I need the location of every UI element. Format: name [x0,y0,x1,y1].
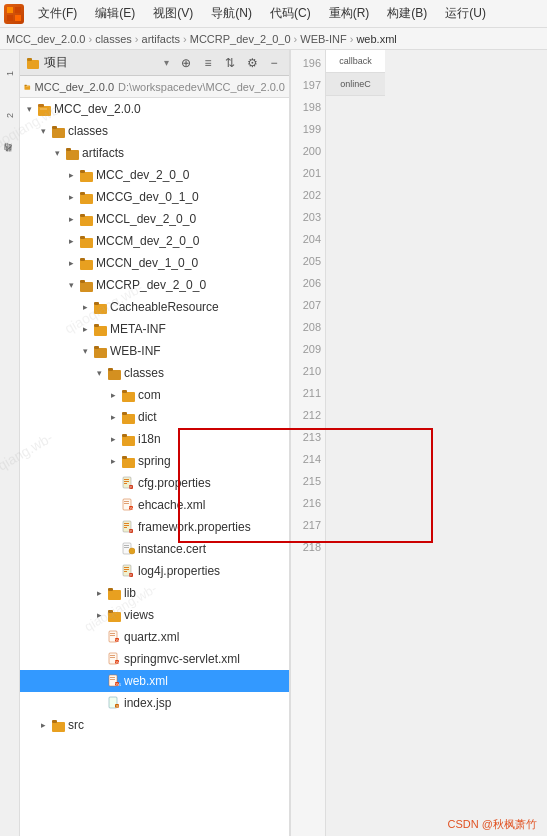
sidebar-icon-2[interactable]: 2 [2,96,18,136]
tree-arrow-instance_cert[interactable] [106,542,120,556]
tree-arrow-cfg_props[interactable] [106,476,120,490]
svg-rect-77 [110,635,115,636]
folder-icon [26,56,40,70]
menu-file[interactable]: 文件(F) [30,3,85,24]
tree-arrow-mccl_dev_2[interactable] [64,212,78,226]
tree-item-views[interactable]: views [20,604,289,626]
svg-rect-30 [94,326,107,336]
tree-arrow-meta_inf[interactable] [78,322,92,336]
tree-item-log4j_props[interactable]: Plog4j.properties [20,560,289,582]
tree-item-com[interactable]: com [20,384,289,406]
tree-arrow-spring[interactable] [106,454,120,468]
breadcrumb-item-3[interactable]: MCCRP_dev_2_0_0 [190,33,291,45]
tree-item-lib[interactable]: lib [20,582,289,604]
panel-btn-add[interactable]: ⊕ [177,54,195,72]
tree-arrow-web_inf[interactable] [78,344,92,358]
tree-arrow-log4j_props[interactable] [106,564,120,578]
tree-icon-artifacts [64,145,80,161]
tree-item-artifacts[interactable]: artifacts [20,142,289,164]
menu-code[interactable]: 代码(C) [262,3,319,24]
tree-item-spring[interactable]: spring [20,450,289,472]
tree-arrow-cacheable[interactable] [78,300,92,314]
tree-item-meta_inf[interactable]: META-INF [20,318,289,340]
menu-edit[interactable]: 编辑(E) [87,3,143,24]
tree-item-mccg_dev_0[interactable]: MCCG_dev_0_1_0 [20,186,289,208]
panel-btn-sort[interactable]: ⇅ [221,54,239,72]
tree-item-quartz_xml[interactable]: XMLquartz.xml [20,626,289,648]
tree-arrow-ehcache[interactable] [106,498,120,512]
tree-label-index_jsp: index.jsp [124,696,171,710]
tree-item-mcc_dev[interactable]: MCC_dev_2.0.0 [20,98,289,120]
svg-rect-5 [27,58,32,61]
tree-arrow-src[interactable] [36,718,50,732]
tree-arrow-index_jsp[interactable] [92,696,106,710]
tab-callback[interactable]: callback [326,50,385,73]
breadcrumb-item-4[interactable]: WEB-INF [300,33,346,45]
tree-item-web_inf[interactable]: WEB-INF [20,340,289,362]
tree-arrow-classes[interactable] [36,124,50,138]
tree-arrow-web_xml[interactable] [92,674,106,688]
line-num-218: 218 [291,536,325,558]
tree-container[interactable]: MCC_dev_2.0.0classesartifactsMCC_dev_2_0… [20,98,289,836]
tree-arrow-mccg_dev_0[interactable] [64,190,78,204]
breadcrumb-item-2[interactable]: artifacts [142,33,181,45]
svg-rect-4 [27,60,39,69]
breadcrumb-item-1[interactable]: classes [95,33,132,45]
tree-item-i18n[interactable]: i18n [20,428,289,450]
tree-item-instance_cert[interactable]: instance.cert [20,538,289,560]
menu-navigate[interactable]: 导航(N) [203,3,260,24]
menu-build[interactable]: 构建(B) [379,3,435,24]
tree-arrow-quartz_xml[interactable] [92,630,106,644]
tree-item-mcc_dev_2[interactable]: MCC_dev_2_0_0 [20,164,289,186]
tree-arrow-i18n[interactable] [106,432,120,446]
panel-btn-minimize[interactable]: − [265,54,283,72]
tree-arrow-framework_props[interactable] [106,520,120,534]
tree-arrow-com[interactable] [106,388,120,402]
sidebar-icon-1[interactable]: 1 [2,54,18,94]
line-num-204: 204 [291,228,325,250]
tree-icon-quartz_xml: XML [106,629,122,645]
tree-arrow-springmvc[interactable] [92,652,106,666]
tab-online[interactable]: onlineC [326,73,385,96]
tree-item-framework_props[interactable]: Pframework.properties [20,516,289,538]
tree-item-cacheable[interactable]: CacheableResource [20,296,289,318]
panel-btn-list[interactable]: ≡ [199,54,217,72]
tree-item-springmvc[interactable]: XMLspringmvc-servlet.xml [20,648,289,670]
tree-arrow-views[interactable] [92,608,106,622]
tree-item-mccm_dev_2[interactable]: MCCM_dev_2_0_0 [20,230,289,252]
breadcrumb-item-0[interactable]: MCC_dev_2.0.0 [6,33,86,45]
tree-item-classes[interactable]: classes [20,120,289,142]
tree-arrow-dict[interactable] [106,410,120,424]
menu-refactor[interactable]: 重构(R) [321,3,378,24]
tree-item-cfg_props[interactable]: Pcfg.properties [20,472,289,494]
sidebar-icon-structure[interactable]: 乙结构 [2,138,18,178]
tree-arrow-wclasses[interactable] [92,366,106,380]
panel-btn-settings[interactable]: ⚙ [243,54,261,72]
tree-icon-i18n [120,431,136,447]
tree-item-web_xml[interactable]: XMLweb.xml [20,670,289,692]
tree-item-src[interactable]: src [20,714,289,736]
svg-rect-6 [24,85,30,89]
tree-item-mccn_dev_1[interactable]: MCCN_dev_1_0_0 [20,252,289,274]
tree-item-mccrp_dev_2[interactable]: MCCRP_dev_2_0_0 [20,274,289,296]
tree-arrow-lib[interactable] [92,586,106,600]
tree-arrow-mcc_dev[interactable] [22,102,36,116]
svg-rect-41 [122,434,127,437]
tree-arrow-mccm_dev_2[interactable] [64,234,78,248]
menu-run[interactable]: 运行(U) [437,3,494,24]
tree-arrow-mccn_dev_1[interactable] [64,256,78,270]
tree-label-log4j_props: log4j.properties [138,564,220,578]
tree-arrow-artifacts[interactable] [50,146,64,160]
tree-arrow-mccrp_dev_2[interactable] [64,278,78,292]
menu-view[interactable]: 视图(V) [145,3,201,24]
svg-rect-37 [122,390,127,393]
tree-arrow-mcc_dev_2[interactable] [64,168,78,182]
panel-header: 项目 ▾ ⊕ ≡ ⇅ ⚙ − [20,50,289,76]
tree-item-index_jsp[interactable]: JSPindex.jsp [20,692,289,714]
tree-item-wclasses[interactable]: classes [20,362,289,384]
tree-item-dict[interactable]: dict [20,406,289,428]
tree-item-mccl_dev_2[interactable]: MCCL_dev_2_0_0 [20,208,289,230]
breadcrumb-item-5[interactable]: web.xml [356,33,396,45]
svg-rect-57 [124,525,129,526]
tree-item-ehcache[interactable]: XMLehcache.xml [20,494,289,516]
